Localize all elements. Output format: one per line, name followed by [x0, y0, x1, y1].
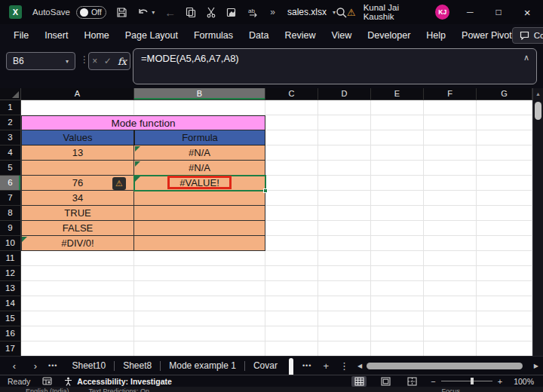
row-header-1[interactable]: 1: [0, 100, 21, 115]
cell[interactable]: [371, 221, 424, 236]
horizontal-scrollbar[interactable]: ◀ ▶: [357, 363, 538, 369]
cell[interactable]: [371, 266, 424, 281]
normal-view-icon[interactable]: [351, 376, 367, 387]
undo-icon[interactable]: ▾: [137, 7, 155, 17]
row-header-15[interactable]: 15: [0, 311, 21, 326]
zoom-in-button[interactable]: +: [498, 377, 502, 386]
cell-B9[interactable]: [134, 221, 265, 236]
cell-A8[interactable]: TRUE: [21, 206, 134, 221]
column-header-G[interactable]: G: [477, 88, 532, 100]
cell[interactable]: [477, 251, 532, 266]
cell[interactable]: [265, 296, 318, 311]
sheet-tab-sheet10[interactable]: Sheet10: [63, 357, 114, 375]
cell[interactable]: [477, 236, 532, 251]
cell[interactable]: [265, 251, 318, 266]
cell-A9[interactable]: FALSE: [21, 221, 134, 236]
zoom-level[interactable]: 100%: [514, 377, 534, 386]
minimize-button[interactable]: ─: [456, 0, 484, 24]
cell[interactable]: [371, 130, 424, 145]
sheet-nav-left-icon[interactable]: ‹: [8, 360, 21, 372]
menu-tab-formulas[interactable]: Formulas: [194, 30, 233, 41]
cell[interactable]: [134, 341, 265, 356]
cell[interactable]: [21, 251, 134, 266]
row-header-9[interactable]: 9: [0, 221, 21, 236]
enter-formula-icon[interactable]: ✓: [104, 56, 112, 66]
menu-tab-file[interactable]: File: [14, 30, 29, 41]
cell[interactable]: [134, 251, 265, 266]
sheet-tab-sheet8[interactable]: Sheet8: [115, 357, 160, 375]
sheet-overflow-right-icon[interactable]: •••: [302, 362, 311, 369]
cell[interactable]: [477, 145, 532, 161]
menu-tab-help[interactable]: Help: [426, 30, 446, 41]
sheet-menu-kebab-icon[interactable]: ⋮: [339, 360, 349, 372]
page-break-view-icon[interactable]: [404, 376, 419, 387]
cell[interactable]: [134, 326, 265, 341]
menu-tab-home[interactable]: Home: [84, 30, 109, 41]
focus-status[interactable]: Focus: [441, 387, 543, 392]
cell[interactable]: [318, 206, 371, 221]
undo-dropdown-chevron[interactable]: ▾: [152, 9, 155, 16]
row-header-3[interactable]: 3: [0, 130, 21, 145]
cell[interactable]: [424, 206, 477, 221]
paste-icon[interactable]: [226, 7, 238, 18]
cell-B7[interactable]: [134, 191, 265, 206]
cell[interactable]: [21, 281, 134, 296]
cell[interactable]: [371, 326, 424, 341]
row-header-17[interactable]: 17: [0, 341, 21, 356]
cell[interactable]: [477, 115, 532, 130]
cell[interactable]: [371, 296, 424, 311]
cell[interactable]: [134, 266, 265, 281]
cell[interactable]: [265, 311, 318, 326]
cell[interactable]: [371, 100, 424, 115]
cell-A10[interactable]: #DIV/0!: [21, 236, 134, 251]
cell[interactable]: [371, 191, 424, 206]
cell-B6[interactable]: #VALUE!: [134, 176, 265, 191]
cell[interactable]: [371, 145, 424, 161]
cell[interactable]: [318, 251, 371, 266]
row-header-4[interactable]: 4: [0, 145, 21, 161]
cell[interactable]: [371, 251, 424, 266]
cell[interactable]: [134, 100, 265, 115]
cell[interactable]: [265, 115, 318, 130]
cell[interactable]: [134, 311, 265, 326]
new-sheet-button[interactable]: +: [323, 360, 329, 372]
column-header-A[interactable]: A: [21, 88, 134, 100]
cell[interactable]: [21, 266, 134, 281]
zoom-out-button[interactable]: −: [431, 377, 435, 386]
cell[interactable]: [477, 311, 532, 326]
text-predictions-status[interactable]: Text Predictions: On: [89, 387, 150, 392]
cell[interactable]: [318, 296, 371, 311]
cell[interactable]: [371, 281, 424, 296]
name-box[interactable]: B6 ▾: [6, 52, 75, 70]
cell[interactable]: [424, 296, 477, 311]
row-header-5[interactable]: 5: [0, 161, 21, 176]
cell-B8[interactable]: [134, 206, 265, 221]
select-all-corner[interactable]: [0, 88, 21, 100]
cell[interactable]: [265, 145, 318, 161]
cell[interactable]: [265, 266, 318, 281]
spelling-translate-icon[interactable]: ab: [247, 7, 260, 18]
menu-tab-power-pivot[interactable]: Power Pivot: [462, 30, 512, 41]
accessibility-status[interactable]: Accessibility: Investigate: [77, 377, 171, 386]
cell[interactable]: [477, 281, 532, 296]
user-avatar[interactable]: KJ: [435, 5, 449, 20]
cell[interactable]: [477, 191, 532, 206]
cell[interactable]: [134, 296, 265, 311]
cell[interactable]: [265, 341, 318, 356]
cell[interactable]: [477, 266, 532, 281]
menu-tab-insert[interactable]: Insert: [44, 30, 68, 41]
row-header-12[interactable]: 12: [0, 266, 21, 281]
cell[interactable]: [371, 311, 424, 326]
cell[interactable]: [424, 326, 477, 341]
cell[interactable]: [265, 191, 318, 206]
back-arrow-icon[interactable]: ←: [164, 6, 176, 19]
save-icon[interactable]: [116, 7, 127, 18]
macro-record-icon[interactable]: [42, 377, 52, 385]
cut-icon[interactable]: [206, 7, 216, 18]
cell[interactable]: [318, 191, 371, 206]
cell[interactable]: [371, 206, 424, 221]
cell[interactable]: [424, 251, 477, 266]
column-header-B[interactable]: B: [134, 88, 265, 100]
column-header-D[interactable]: D: [318, 88, 371, 100]
row-header-2[interactable]: 2: [0, 115, 21, 130]
